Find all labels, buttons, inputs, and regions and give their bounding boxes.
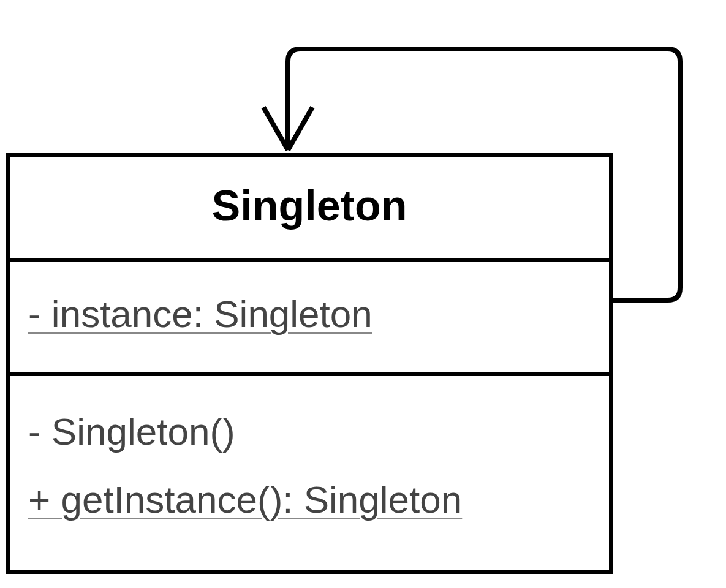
diagram-canvas: Singleton - instance: Singleton - Single… bbox=[0, 0, 726, 588]
attribute-instance: - instance: Singleton bbox=[28, 292, 372, 336]
method-constructor: - Singleton() bbox=[28, 410, 591, 453]
method-getinstance: + getInstance(): Singleton bbox=[28, 478, 591, 521]
methods-compartment: - Singleton() + getInstance(): Singleton bbox=[10, 376, 609, 570]
uml-class-singleton: Singleton - instance: Singleton - Single… bbox=[6, 153, 613, 574]
class-name: Singleton bbox=[10, 157, 609, 262]
attributes-compartment: - instance: Singleton bbox=[10, 262, 609, 376]
